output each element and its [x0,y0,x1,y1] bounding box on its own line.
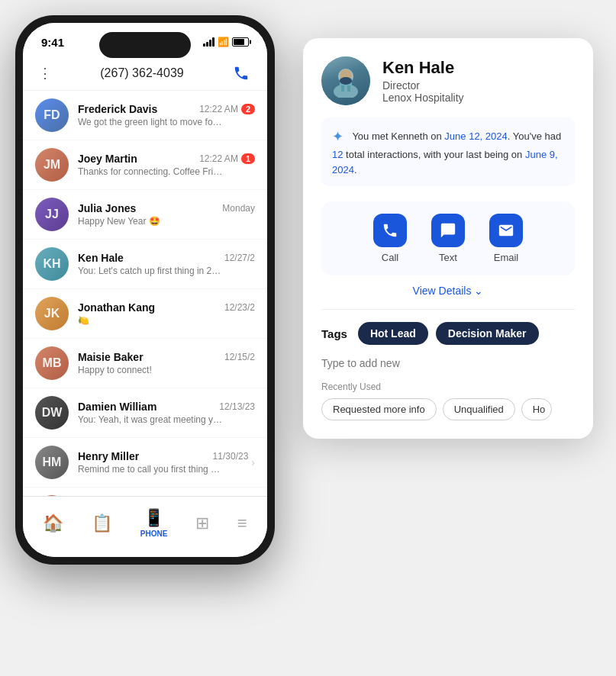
recently-used-tag-requested-more-info[interactable]: Requested more info [321,398,437,420]
info-date1: June 12, 2024 [444,130,507,142]
contact-message: We got the green light to move forward! [78,117,223,127]
menu-nav-icon: ≡ [237,513,247,533]
menu-dots[interactable]: ⋮ [38,65,53,82]
contact-item[interactable]: JKJonathan Kang12/23/2🍋 [23,289,267,339]
profile-company: Lenox Hospitality [382,92,464,104]
contacts-nav-icon: 📋 [92,513,112,533]
info-prefix: You met Kenneth on [352,130,444,142]
contact-list: FDFrederick Davis12:22 AM2We got the gre… [23,91,267,510]
contact-avatar: FD [35,98,69,132]
contact-item[interactable]: DWDamien William12/13/23You: Yeah, it wa… [23,388,267,438]
contact-message: 🍋 [78,315,223,326]
contact-message: Remind me to call you first thing next w… [78,464,223,475]
contact-info: Henry Miller11/30/23Remind me to call yo… [78,450,248,475]
info-middle: . You've had [508,130,561,142]
profile-title: Director [382,79,464,92]
tags-row: Tags Hot Lead Decision Maker [321,322,575,345]
nav-item-home[interactable]: 🏠 [34,510,73,536]
contact-avatar: JJ [35,198,69,231]
nav-item-phone[interactable]: 📱PHONE [131,505,177,541]
email-action-btn[interactable]: Email [489,214,523,263]
chevron-down-icon: ⌄ [474,285,483,297]
contact-item[interactable]: FDFrederick Davis12:22 AM2We got the gre… [23,91,267,140]
call-action-label: Call [382,252,398,263]
profile-avatar [321,56,370,105]
call-action-icon [373,214,407,247]
call-action-btn[interactable]: Call [373,214,407,263]
contact-item[interactable]: JJJulia JonesMondayHappy New Year 🤩 [23,190,267,240]
contact-message: Happy to connect! [78,365,223,375]
contact-item[interactable]: MBMaisie Baker12/15/2Happy to connect! [23,339,267,388]
contact-name: Joey Martin [78,153,137,165]
tags-label: Tags [321,327,347,340]
contact-badge: 1 [241,153,255,164]
text-action-icon [431,214,465,247]
phone-nav-icon: 📱 [144,508,164,528]
dynamic-island [99,32,191,58]
info-end: . [354,164,357,175]
bottom-nav: 🏠📋📱PHONE⊞≡ [23,496,267,557]
text-action-label: Text [439,252,457,263]
svg-rect-3 [341,85,344,92]
divider [321,309,575,310]
profile-name: Ken Hale [382,58,464,78]
contact-name: Damien William [78,401,156,413]
contact-name: Julia Jones [78,202,136,214]
tag-decision-maker[interactable]: Decision Maker [436,322,539,345]
phone-number: (267) 362-4039 [100,66,183,80]
contact-avatar: HM [35,446,69,479]
contact-info: Frederick Davis12:22 AM2We got the green… [78,103,255,127]
svg-point-6 [340,77,352,85]
contact-message: You: Yeah, it was great meeting you. Let… [78,414,223,425]
contact-message: Happy New Year 🤩 [78,216,223,227]
avatar-person-icon [329,64,363,98]
contact-avatar: MB [35,346,69,380]
phone-shell: 9:41 📶 ⋮ (267) 362-4039 FDFrederi [15,15,275,565]
recently-used-tag-unqualified[interactable]: Unqualified [443,398,515,420]
nav-item-grid[interactable]: ⊞ [186,510,218,536]
view-details-label: View Details [413,285,472,297]
info-count: 12 [332,149,343,160]
contact-time: 12/23/2 [224,302,255,313]
phone-header: ⋮ (267) 362-4039 [23,56,267,91]
view-details-button[interactable]: View Details ⌄ [321,285,575,300]
grid-nav-icon: ⊞ [195,513,209,533]
contact-time: 12/15/2 [224,352,255,362]
svg-rect-4 [347,85,350,92]
contact-info: Joey Martin12:22 AM1Thanks for connectin… [78,153,255,177]
contact-message: Thanks for connecting. Coffee Friday? [78,166,223,177]
contact-time: Monday [222,203,255,214]
tags-section: Tags Hot Lead Decision Maker Recently Us… [321,322,575,420]
action-buttons-container: Call Text Email [321,201,575,275]
contact-info: Julia JonesMondayHappy New Year 🤩 [78,202,255,227]
contact-avatar: JM [35,148,69,182]
recently-used-tag-ho[interactable]: Ho [521,398,552,420]
tag-hot-lead[interactable]: Hot Lead [358,322,428,345]
signal-icon [203,37,214,47]
contact-name: Henry Miller [78,450,139,462]
contact-info: Jonathan Kang12/23/2🍋 [78,301,255,326]
wifi-icon: 📶 [218,37,229,47]
tag-input[interactable] [321,354,575,372]
info-text: ✦ You met Kenneth on June 12, 2024. You'… [321,117,575,186]
email-action-label: Email [494,252,519,263]
contact-item[interactable]: KHKen Hale12/27/2You: Let's catch up fir… [23,240,267,289]
phone-screen: 9:41 📶 ⋮ (267) 362-4039 FDFrederi [23,23,267,557]
recently-used-label: Recently Used [321,381,575,392]
contact-item[interactable]: JMJoey Martin12:22 AM1Thanks for connect… [23,140,267,190]
contact-name: Frederick Davis [78,103,157,115]
email-action-icon [489,214,523,247]
nav-item-contacts[interactable]: 📋 [82,510,121,536]
contact-info: Ken Hale12/27/2You: Let's catch up first… [78,252,255,276]
call-icon [233,65,250,82]
call-button[interactable] [231,63,252,84]
status-time: 9:41 [41,36,64,49]
sparkle-icon: ✦ [332,127,343,147]
contact-info: Maisie Baker12/15/2Happy to connect! [78,351,255,375]
text-action-btn[interactable]: Text [431,214,465,263]
contact-item[interactable]: HMHenry Miller11/30/23Remind me to call … [23,438,267,488]
chevron-right-icon: › [251,456,255,468]
battery-icon [232,37,249,47]
nav-item-menu[interactable]: ≡ [228,510,256,536]
contact-card-panel: Ken Hale Director Lenox Hospitality ✦ Yo… [303,38,593,439]
